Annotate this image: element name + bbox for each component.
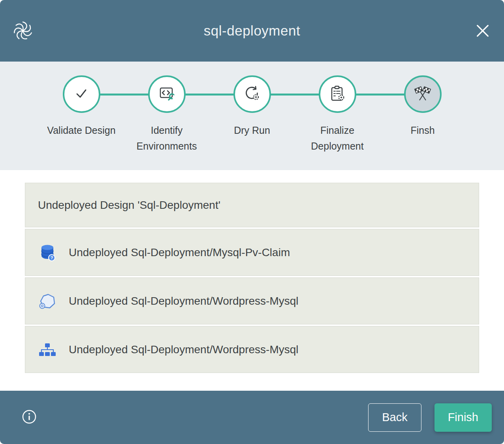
finish-button[interactable]: Finish [434,403,492,432]
step-circle[interactable] [148,75,186,113]
step-identify-environments[interactable]: Identify Environments [124,75,209,154]
modal-title: sql-deployment [0,23,504,39]
result-row-wordpress-mysql-sitemap: Undeployed Sql-Deployment/Wordpress-Mysq… [25,326,479,373]
close-button[interactable] [475,23,491,39]
shape-badge-icon [38,292,57,311]
result-text: Undeployed Design 'Sql-Deployment' [38,199,220,212]
result-row-design: Undeployed Design 'Sql-Deployment' [25,183,479,227]
sitemap-icon [38,340,57,359]
database-question-icon: ? [38,243,57,262]
checkered-flags-icon [414,84,432,104]
step-label: Identify Environments [124,122,209,154]
step-validate-design[interactable]: Validate Design [39,75,124,154]
step-finish[interactable]: Finsh [380,75,465,154]
step-label: Finalize Deployment [295,122,380,154]
step-finalize-deployment[interactable]: Finalize Deployment [295,75,380,154]
result-text: Undeployed Sql-Deployment/Wordpress-Mysq… [69,343,299,356]
code-wrench-icon [158,84,176,104]
result-row-wordpress-mysql-shape: Undeployed Sql-Deployment/Wordpress-Mysq… [25,277,479,324]
modal-footer: Back Finish [0,391,504,444]
refresh-gear-icon [243,84,261,104]
result-text: Undeployed Sql-Deployment/Mysql-Pv-Claim [69,246,290,259]
step-circle[interactable] [319,75,356,113]
svg-text:?: ? [51,255,53,260]
step-circle[interactable] [63,75,100,113]
step-label: Finsh [410,122,434,138]
result-text: Undeployed Sql-Deployment/Wordpress-Mysq… [69,295,299,307]
footer-actions: Back Finish [368,403,492,432]
info-button[interactable] [21,409,38,426]
stepper: Validate Design Identify Environment [0,62,504,170]
step-circle[interactable] [233,75,271,113]
clipboard-gear-icon [328,84,346,104]
modal-header: sql-deployment [0,0,504,62]
step-circle[interactable] [404,75,442,113]
deployment-wizard-modal: sql-deployment Validate Design [0,0,504,444]
close-x-icon [478,26,488,36]
check-icon [72,84,90,104]
result-row-mysql-pv-claim: ? Undeployed Sql-Deployment/Mysql-Pv-Cla… [25,229,479,276]
stepper-steps: Validate Design Identify Environment [0,62,504,154]
step-label: Validate Design [47,122,115,138]
step-dry-run[interactable]: Dry Run [209,75,295,154]
results-panel: Undeployed Design 'Sql-Deployment' ? Und… [0,170,504,391]
info-circle-icon [21,409,37,425]
back-button[interactable]: Back [368,403,421,432]
step-label: Dry Run [234,122,270,138]
